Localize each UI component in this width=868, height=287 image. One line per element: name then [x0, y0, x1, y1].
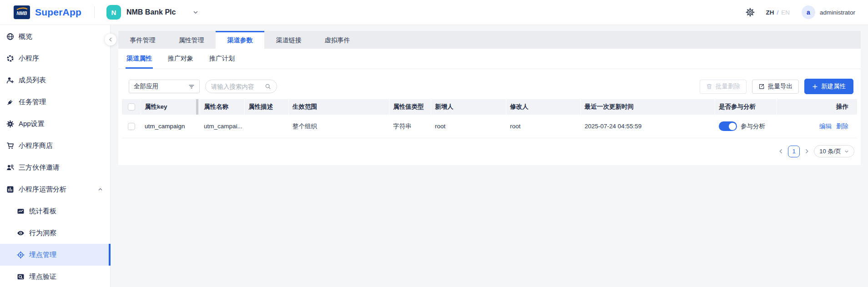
- cell-modifier: root: [506, 123, 581, 130]
- task-plug-icon: [6, 98, 14, 106]
- dashboard-chart-icon: [16, 207, 25, 215]
- sidebar: 概览 小程序 成员列表 任务管理: [0, 25, 111, 287]
- tab-virtual-events[interactable]: 虚拟事件: [313, 31, 362, 49]
- sidebar-item-tracking-verify[interactable]: 埋点验证: [0, 266, 110, 287]
- col-header-name: 属性名称: [200, 99, 245, 115]
- sidebar-item-miniprogram[interactable]: 小程序: [0, 47, 110, 69]
- subtab-promotion-objects[interactable]: 推广对象: [168, 49, 193, 69]
- search-box: [205, 80, 277, 93]
- sub-tab-bar: 渠道属性 推广对象 推广计划: [118, 49, 861, 69]
- sidebar-item-label: 任务管理: [19, 98, 46, 106]
- chevron-up-icon: [98, 187, 103, 192]
- tab-event-management[interactable]: 事件管理: [118, 31, 167, 49]
- col-header-description: 属性描述: [245, 99, 289, 115]
- avatar: a: [802, 5, 815, 19]
- cell-updated-at: 2025-07-24 04:55:59: [581, 123, 715, 130]
- chevron-left-icon: [108, 37, 113, 42]
- bar-chart-icon: [6, 185, 14, 193]
- org-switcher[interactable]: N NMB Bank Plc: [106, 5, 198, 20]
- table-header-row: 属性key 属性名称 属性描述 生效范围 属性值类型 新增人 修改人 最近一次更…: [122, 99, 857, 115]
- batch-delete-button[interactable]: 批量删除: [700, 80, 747, 94]
- toolbar: 全部应用: [129, 79, 853, 94]
- sidebar-item-label: 埋点验证: [29, 272, 56, 281]
- sidebar-item-label: 行为洞察: [29, 229, 56, 237]
- cell-value-type: 字符串: [389, 122, 431, 131]
- lang-zh[interactable]: ZH: [766, 9, 774, 16]
- sidebar-item-behavior-insight[interactable]: 行为洞察: [0, 222, 110, 244]
- batch-export-label: 批量导出: [768, 82, 792, 91]
- subtab-channel-attributes[interactable]: 渠道属性: [126, 49, 152, 69]
- brand: NMB SuperApp: [14, 5, 81, 19]
- content-area: 事件管理 属性管理 渠道参数 渠道链接 虚拟事件 渠道属性 推广对象 推广计划 …: [111, 25, 868, 287]
- username: administrator: [820, 9, 855, 16]
- filter-lines-icon: [188, 83, 195, 90]
- batch-export-button[interactable]: 批量导出: [752, 80, 799, 94]
- tracking-verify-icon: [16, 272, 25, 281]
- export-icon: [758, 83, 765, 90]
- partners-icon: [6, 163, 14, 171]
- cell-key: utm_campaign: [141, 123, 200, 130]
- app-filter-dropdown[interactable]: 全部应用: [129, 80, 200, 93]
- attributes-table: 属性key 属性名称 属性描述 生效范围 属性值类型 新增人 修改人 最近一次更…: [122, 99, 857, 138]
- chevron-down-icon: [193, 10, 198, 15]
- search-icon[interactable]: [265, 83, 271, 90]
- chevron-down-icon: [844, 149, 849, 154]
- user-menu[interactable]: a administrator: [802, 5, 855, 19]
- eye-icon: [16, 229, 25, 237]
- sidebar-item-store[interactable]: 小程序商店: [0, 135, 110, 156]
- new-attribute-button[interactable]: 新建属性: [804, 79, 853, 94]
- next-page-button[interactable]: [804, 149, 809, 154]
- sidebar-item-label: 统计看板: [29, 207, 56, 216]
- pagination: 1 10 条/页: [118, 138, 861, 165]
- cart-icon: [6, 141, 14, 150]
- sidebar-item-analytics[interactable]: 小程序运营分析: [0, 178, 110, 200]
- delete-link[interactable]: 删除: [836, 122, 848, 131]
- tab-attribute-management[interactable]: 属性管理: [167, 31, 216, 49]
- channel-parameters-panel: 渠道属性 推广对象 推广计划 全部应用: [118, 49, 861, 165]
- tab-channel-links[interactable]: 渠道链接: [264, 31, 313, 49]
- page-size-select[interactable]: 10 条/页: [814, 145, 854, 157]
- search-input[interactable]: [211, 83, 261, 90]
- sidebar-item-tasks[interactable]: 任务管理: [0, 91, 110, 113]
- analysis-label: 参与分析: [741, 122, 765, 131]
- lang-separator: /: [777, 9, 778, 16]
- row-checkbox[interactable]: [128, 123, 135, 130]
- topbar-right: ZH / EN a administrator: [746, 5, 855, 19]
- main-body: 概览 小程序 成员列表 任务管理: [0, 25, 868, 287]
- language-switcher[interactable]: ZH / EN: [766, 9, 790, 16]
- new-attribute-label: 新建属性: [821, 82, 846, 91]
- sidebar-item-app-settings[interactable]: App设置: [0, 113, 110, 135]
- select-all-checkbox[interactable]: [128, 103, 135, 111]
- nmb-logo-icon: NMB: [14, 5, 30, 19]
- sidebar-item-members[interactable]: 成员列表: [0, 69, 110, 91]
- org-avatar: N: [106, 5, 121, 20]
- sidebar-collapse-button[interactable]: [105, 34, 116, 45]
- topbar-divider: [94, 6, 95, 18]
- sidebar-item-tracking-management[interactable]: 埋点管理: [0, 244, 110, 266]
- subtab-promotion-plans[interactable]: 推广计划: [209, 49, 235, 69]
- gear-icon: [6, 120, 14, 128]
- page-size-value: 10 条/页: [819, 147, 841, 156]
- sidebar-item-label: 概览: [19, 32, 32, 41]
- col-header-modifier: 修改人: [506, 99, 581, 115]
- lang-en[interactable]: EN: [781, 9, 790, 16]
- sidebar-item-label: 成员列表: [19, 76, 46, 85]
- prev-page-button[interactable]: [778, 149, 783, 154]
- col-header-value-type: 属性值类型: [389, 99, 431, 115]
- cell-scope: 整个组织: [289, 122, 389, 131]
- sidebar-item-partners[interactable]: 三方伙伴邀请: [0, 156, 110, 178]
- sidebar-item-stats-board[interactable]: 统计看板: [0, 200, 110, 222]
- sidebar-item-overview[interactable]: 概览: [0, 25, 110, 47]
- settings-gear-button[interactable]: [746, 8, 755, 17]
- tab-bar: 事件管理 属性管理 渠道参数 渠道链接 虚拟事件: [118, 31, 861, 49]
- edit-link[interactable]: 编辑: [819, 122, 832, 131]
- analysis-toggle[interactable]: [719, 121, 737, 131]
- col-header-creator: 新增人: [431, 99, 506, 115]
- member-add-icon: [6, 76, 14, 84]
- page-number[interactable]: 1: [788, 146, 800, 157]
- col-header-scope: 生效范围: [289, 99, 389, 115]
- tab-channel-parameters[interactable]: 渠道参数: [216, 31, 264, 49]
- cell-creator: root: [431, 123, 506, 130]
- sidebar-item-label: App设置: [19, 120, 45, 128]
- app-root: NMB SuperApp N NMB Bank Plc: [0, 0, 868, 287]
